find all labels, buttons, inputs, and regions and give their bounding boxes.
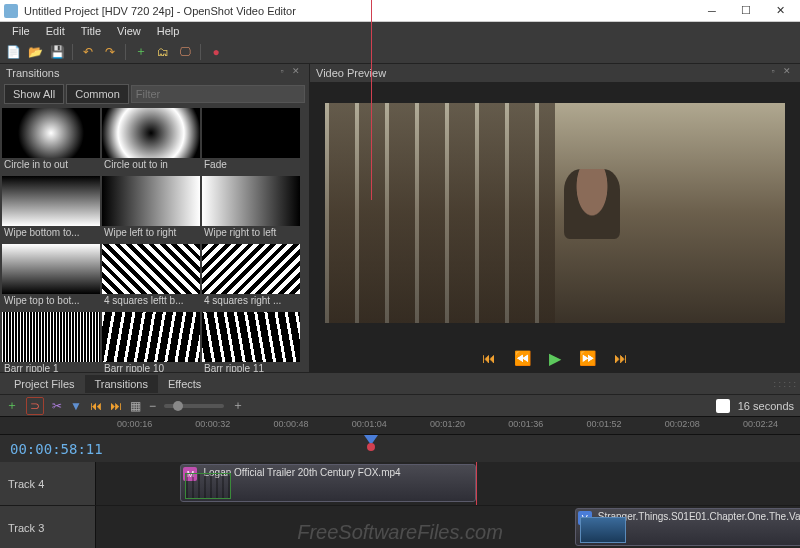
track-header[interactable]: Track 3 xyxy=(0,506,96,548)
transition-item[interactable]: Barr ripple 1 xyxy=(2,312,100,372)
jump-end-icon[interactable]: ⏭ xyxy=(614,350,628,366)
clip-thumb xyxy=(580,517,626,543)
transition-label: Barr ripple 11 xyxy=(202,362,300,372)
menu-file[interactable]: File xyxy=(4,25,38,37)
menu-edit[interactable]: Edit xyxy=(38,25,73,37)
transition-label: Wipe right to left xyxy=(202,226,300,242)
transition-item[interactable]: Barr ripple 10 xyxy=(102,312,200,372)
transition-label: 4 squares leftt b... xyxy=(102,294,200,310)
clip[interactable]: MLogan Official Trailer 20th Century FOX… xyxy=(180,464,476,502)
track: Track 3VStranger.Things.S01E01.Chapter.O… xyxy=(0,506,800,548)
clip-end-marker xyxy=(476,462,477,505)
ruler-tick: 00:01:52 xyxy=(586,419,621,429)
profile-icon[interactable]: 🗂 xyxy=(154,43,172,61)
transition-thumb xyxy=(102,176,200,226)
transition-item[interactable]: Wipe left to right xyxy=(102,176,200,242)
ruler-tick: 00:02:24 xyxy=(743,419,778,429)
fullscreen-icon[interactable]: 🖵 xyxy=(176,43,194,61)
transition-thumb xyxy=(202,176,300,226)
transition-label: Fade xyxy=(202,158,300,174)
preview-panel-header: Video Preview ▫ ✕ xyxy=(310,64,800,82)
transition-thumb xyxy=(2,244,100,294)
panel-undock-icon[interactable]: ▫ xyxy=(766,66,780,80)
clip-thumb xyxy=(185,473,231,499)
timeline-toolbar: ＋ ⊃ ✂ ▼ ⏮ ⏭ ▦ − ＋ 16 seconds xyxy=(0,394,800,416)
filter-input[interactable] xyxy=(131,85,305,103)
transition-item[interactable]: 4 squares right ... xyxy=(202,244,300,310)
maximize-button[interactable]: ☐ xyxy=(730,2,762,20)
transitions-panel: Transitions ▫ ✕ Show All Common Circle i… xyxy=(0,64,310,372)
tab-project-files[interactable]: Project Files xyxy=(4,375,85,393)
save-project-icon[interactable]: 💾 xyxy=(48,43,66,61)
ruler-tick: 00:01:04 xyxy=(352,419,387,429)
transition-thumb xyxy=(202,108,300,158)
timeline-head: 00:00:58:11 xyxy=(0,434,800,462)
export-icon[interactable]: ● xyxy=(207,43,225,61)
transition-item[interactable]: Wipe bottom to... xyxy=(2,176,100,242)
transition-thumb xyxy=(202,244,300,294)
ruler-tick: 00:02:08 xyxy=(665,419,700,429)
transition-item[interactable]: 4 squares leftt b... xyxy=(102,244,200,310)
transition-item[interactable]: Barr ripple 11 xyxy=(202,312,300,372)
transition-item[interactable]: Circle out to in xyxy=(102,108,200,174)
transitions-grid: Circle in to outCircle out to inFadeWipe… xyxy=(0,106,309,372)
filter-show-all[interactable]: Show All xyxy=(4,84,64,104)
timeline-ruler[interactable]: 00:00:1600:00:3200:00:4800:01:0400:01:20… xyxy=(0,416,800,434)
toolbar: 📄 📂 💾 ↶ ↷ ＋ 🗂 🖵 ● xyxy=(0,40,800,64)
ruler-tick: 00:01:20 xyxy=(430,419,465,429)
preview-panel-title: Video Preview xyxy=(316,67,386,79)
track-body[interactable]: VStranger.Things.S01E01.Chapter.One.The.… xyxy=(96,506,800,548)
transition-item[interactable]: Wipe right to left xyxy=(202,176,300,242)
transition-item[interactable]: Fade xyxy=(202,108,300,174)
zoom-slider[interactable] xyxy=(164,404,224,408)
menu-title[interactable]: Title xyxy=(73,25,109,37)
menubar: File Edit Title View Help xyxy=(0,22,800,40)
zoom-in-icon[interactable]: ＋ xyxy=(232,397,244,414)
ruler-tick: 00:00:16 xyxy=(117,419,152,429)
jump-start-icon[interactable]: ⏮ xyxy=(482,350,496,366)
undo-icon[interactable]: ↶ xyxy=(79,43,97,61)
track-body[interactable]: MLogan Official Trailer 20th Century FOX… xyxy=(96,462,800,505)
prev-marker-icon[interactable]: ⏮ xyxy=(90,399,102,413)
razor-icon[interactable]: ✂ xyxy=(52,399,62,413)
tab-transitions[interactable]: Transitions xyxy=(85,375,158,393)
new-project-icon[interactable]: 📄 xyxy=(4,43,22,61)
panel-undock-icon[interactable]: ▫ xyxy=(275,66,289,80)
transitions-panel-header: Transitions ▫ ✕ xyxy=(0,64,309,82)
transition-thumb xyxy=(202,312,300,362)
import-files-icon[interactable]: ＋ xyxy=(132,43,150,61)
transition-item[interactable]: Wipe top to bot... xyxy=(2,244,100,310)
tab-effects[interactable]: Effects xyxy=(158,375,211,393)
transition-label: Wipe top to bot... xyxy=(2,294,100,310)
transition-label: Barr ripple 1 xyxy=(2,362,100,372)
transition-thumb xyxy=(102,312,200,362)
track-header[interactable]: Track 4 xyxy=(0,462,96,505)
add-track-icon[interactable]: ＋ xyxy=(6,397,18,414)
minimize-button[interactable]: ─ xyxy=(696,2,728,20)
zoom-out-icon[interactable]: − xyxy=(149,399,156,413)
close-button[interactable]: ✕ xyxy=(764,2,796,20)
open-project-icon[interactable]: 📂 xyxy=(26,43,44,61)
next-marker-icon[interactable]: ⏭ xyxy=(110,399,122,413)
marker-icon[interactable]: ▼ xyxy=(70,399,82,413)
panel-close-icon[interactable]: ✕ xyxy=(780,66,794,80)
fast-forward-icon[interactable]: ⏩ xyxy=(579,350,596,366)
window-title: Untitled Project [HDV 720 24p] - OpenSho… xyxy=(24,5,696,17)
redo-icon[interactable]: ↷ xyxy=(101,43,119,61)
filter-common[interactable]: Common xyxy=(66,84,129,104)
menu-view[interactable]: View xyxy=(109,25,149,37)
play-icon[interactable]: ▶ xyxy=(549,349,561,368)
clip[interactable]: VStranger.Things.S01E01.Chapter.One.The.… xyxy=(575,508,800,546)
transition-item[interactable]: Circle in to out xyxy=(2,108,100,174)
panel-close-icon[interactable]: ✕ xyxy=(289,66,303,80)
track: Track 4MLogan Official Trailer 20th Cent… xyxy=(0,462,800,506)
rewind-icon[interactable]: ⏪ xyxy=(514,350,531,366)
playhead[interactable] xyxy=(364,435,378,462)
snap-icon[interactable]: ⊃ xyxy=(26,397,44,415)
ruler-tick: 00:00:48 xyxy=(274,419,309,429)
transition-thumb xyxy=(2,176,100,226)
transition-thumb xyxy=(2,312,100,362)
transition-label: Barr ripple 10 xyxy=(102,362,200,372)
menu-help[interactable]: Help xyxy=(149,25,188,37)
center-playhead-icon[interactable]: ▦ xyxy=(130,399,141,413)
